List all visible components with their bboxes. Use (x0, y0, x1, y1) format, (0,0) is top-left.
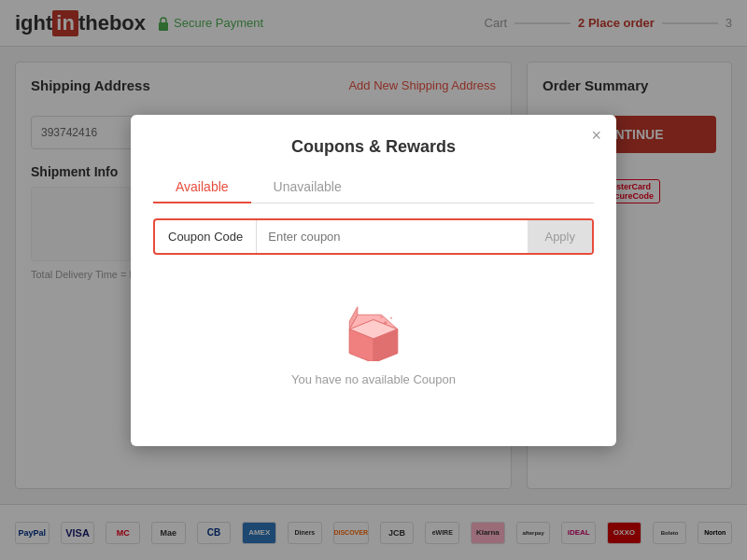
svg-point-9 (380, 315, 383, 318)
empty-coupon-text: You have no available Coupon (291, 372, 456, 386)
modal-close-button[interactable]: × (591, 126, 601, 146)
coupons-modal: × Coupons & Rewards Available Unavailabl… (131, 115, 616, 446)
modal-title: Coupons & Rewards (153, 137, 594, 157)
tab-available[interactable]: Available (153, 172, 251, 203)
svg-point-8 (390, 316, 393, 319)
apply-button[interactable]: Apply (528, 220, 592, 253)
coupon-code-label: Coupon Code (155, 220, 257, 253)
coupon-input[interactable] (257, 220, 528, 253)
tab-unavailable[interactable]: Unavailable (251, 172, 364, 203)
modal-tabs: Available Unavailable (153, 172, 594, 203)
empty-box-icon (341, 305, 406, 361)
coupon-row: Coupon Code Apply (153, 218, 594, 255)
svg-point-7 (384, 321, 387, 324)
empty-state: You have no available Coupon (153, 277, 594, 424)
modal-overlay[interactable]: × Coupons & Rewards Available Unavailabl… (0, 0, 747, 560)
